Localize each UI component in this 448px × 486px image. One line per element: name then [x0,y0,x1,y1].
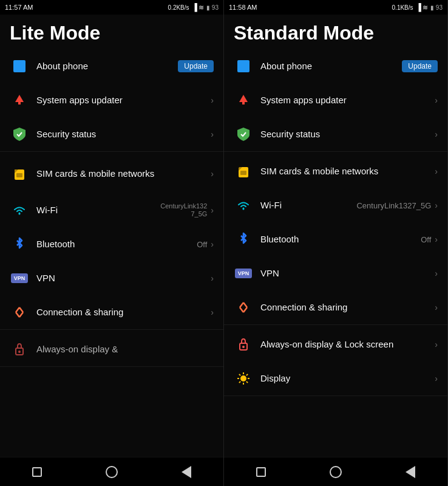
connection-label-lite: Connection & sharing [36,306,211,318]
update-badge-lite[interactable]: Update [178,60,214,72]
always-on-icon-standard [234,335,253,354]
network-speed-standard: 0.1KB/s [392,4,413,11]
vpn-icon-standard: VPN [234,264,253,283]
nav-bar-standard [224,457,447,486]
nav-home-standard[interactable] [327,463,345,481]
sim-text-standard: SIM cards & mobile networks [260,165,435,177]
svg-point-6 [19,213,21,215]
svg-marker-0 [15,95,24,102]
connection-text-standard: Connection & sharing [260,301,435,313]
always-on-chevron-standard: › [435,340,438,349]
system-apps-text-standard: System apps updater [260,94,435,106]
connection-icon-lite [10,303,29,322]
phone-icon-lite [10,56,29,76]
about-phone-item-standard[interactable]: About phone Update [224,49,447,83]
nav-recent-standard[interactable] [252,463,270,481]
about-phone-right-standard: Update [402,60,438,72]
signal-icon-lite: ▐ [192,3,198,12]
nav-back-standard[interactable] [401,463,419,481]
connection-item-lite[interactable]: Connection & sharing › [0,295,223,329]
sim-item-standard[interactable]: SIM cards & mobile networks › [224,154,447,188]
security-icon-lite [10,125,29,144]
connection-item-standard[interactable]: Connection & sharing › [224,290,447,324]
battery-lite: ▮ 93 [206,4,219,11]
security-text-lite: Security status [36,128,211,140]
phone-icon-standard [234,56,253,76]
wifi-item-standard[interactable]: Wi-Fi CenturyLink1327_5G › [224,188,447,222]
status-icons-left-lite: 0.2KB/s ▐ ≋ ▮ 93 [168,3,219,12]
bluetooth-item-standard[interactable]: Bluetooth Off › [224,222,447,256]
bluetooth-item-lite[interactable]: Bluetooth Off › [0,227,223,261]
about-phone-item-lite[interactable]: About phone Update [0,49,223,83]
wifi-value-lite: CenturyLink1327_5G [160,202,207,218]
display-right-standard: › [435,374,438,383]
sim-chevron-standard: › [435,166,438,176]
nav-back-lite[interactable] [177,463,195,481]
about-phone-label-standard: About phone [260,60,402,72]
connection-right-lite: › [211,307,214,317]
vpn-text-standard: VPN [260,267,435,279]
wifi-status-icon-lite: ≋ [199,4,204,12]
svg-line-22 [239,374,240,375]
display-item-standard[interactable]: Display › [224,361,447,395]
security-item-lite[interactable]: Security status › [0,117,223,151]
bluetooth-chevron-lite: › [211,239,214,249]
vpn-label-lite: VPN [36,272,211,284]
bluetooth-right-standard: Off › [421,234,438,244]
security-right-lite: › [211,129,214,139]
bluetooth-text-standard: Bluetooth [260,233,421,245]
system-apps-item-standard[interactable]: System apps updater › [224,83,447,117]
system-apps-icon-lite [10,91,29,110]
nav-home-lite[interactable] [103,463,121,481]
vpn-item-standard[interactable]: VPN VPN › [224,256,447,290]
lite-mode-panel: 11:57 AM 0.2KB/s ▐ ≋ ▮ 93 Lite Mode Abou… [0,0,224,486]
security-chevron-standard: › [435,129,438,139]
vpn-text-lite: VPN [36,272,211,284]
always-on-icon-lite [10,340,29,359]
system-apps-text-lite: System apps updater [36,94,211,106]
menu-list-lite: About phone Update System apps updater [0,49,223,457]
wifi-item-lite[interactable]: Wi-Fi CenturyLink1327_5G › [0,193,223,227]
always-on-item-lite[interactable]: Always-on display & [0,332,223,366]
connection-chevron-standard: › [435,303,438,312]
vpn-badge-icon-lite: VPN [11,273,29,283]
status-icons-right-standard: 0.1KB/s ▐ ≋ ▮ 93 [392,3,443,12]
svg-point-16 [242,346,245,348]
sim-icon-lite [10,164,29,183]
vpn-chevron-standard: › [435,269,438,278]
security-item-standard[interactable]: Security status › [224,117,447,151]
nav-bar-lite [0,457,223,486]
always-on-item-standard[interactable]: Always-on display & Lock screen › [224,327,447,361]
nav-recent-lite[interactable] [28,463,46,481]
display-icon-standard [234,369,253,388]
system-apps-right-standard: › [435,95,438,105]
wifi-icon-standard [234,196,253,215]
security-icon-standard [234,125,253,144]
bluetooth-label-standard: Bluetooth [260,233,421,245]
update-badge-standard[interactable]: Update [402,60,438,72]
sim-item-lite[interactable]: SIM cards & mobile networks › [0,154,223,193]
system-apps-item-lite[interactable]: System apps updater › [0,83,223,117]
always-on-text-standard: Always-on display & Lock screen [260,338,435,351]
wifi-right-lite: CenturyLink1327_5G › [160,202,214,218]
bluetooth-label-lite: Bluetooth [36,238,197,250]
sim-icon-standard [234,162,253,181]
svg-point-14 [243,208,245,210]
about-phone-right-lite: Update [178,60,214,72]
vpn-item-lite[interactable]: VPN VPN › [0,261,223,295]
system-apps-icon-standard [234,91,253,110]
wifi-value-standard: CenturyLink1327_5G [356,201,431,210]
wifi-chevron-standard: › [435,200,438,210]
vpn-badge-icon-standard: VPN [235,269,253,278]
standard-mode-panel: 11:58 AM 0.1KB/s ▐ ≋ ▮ 93 Standard Mode … [224,0,448,486]
status-bar-standard: 11:58 AM 0.1KB/s ▐ ≋ ▮ 93 [224,0,447,15]
wifi-label-lite: Wi-Fi [36,204,160,216]
always-on-label-lite: Always-on display & [36,343,214,355]
svg-rect-10 [242,102,245,104]
panel-title-lite: Lite Mode [0,15,223,49]
about-phone-text-standard: About phone [260,60,402,72]
network-speed-lite: 0.2KB/s [168,4,189,11]
svg-line-23 [246,382,248,383]
security-label-standard: Security status [260,128,435,140]
wifi-status-icon-standard: ≋ [423,4,428,12]
